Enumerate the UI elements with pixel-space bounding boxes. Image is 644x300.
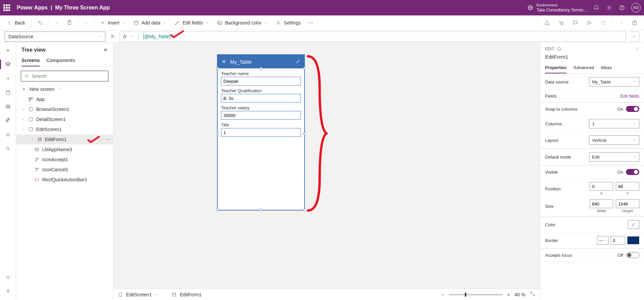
selection-handle[interactable] <box>303 132 306 135</box>
close-tree-button[interactable]: ✕ <box>104 47 108 53</box>
snap-toggle[interactable] <box>626 106 639 112</box>
rail-tree-view[interactable] <box>4 60 12 68</box>
tree-search-input[interactable] <box>32 73 105 79</box>
back-button[interactable]: Back <box>3 18 29 27</box>
waffle-icon[interactable] <box>3 4 10 11</box>
layout-dropdown[interactable]: Vertical <box>589 135 639 145</box>
field-input-title[interactable] <box>221 128 301 137</box>
border-width-input[interactable] <box>610 236 625 245</box>
share-button[interactable] <box>541 18 553 27</box>
pos-y-input[interactable] <box>616 182 639 191</box>
zoom-slider[interactable] <box>449 294 502 295</box>
media-icon <box>5 104 11 109</box>
rail-media[interactable] <box>4 103 12 111</box>
more-button[interactable]: ⋯ <box>305 18 317 27</box>
publish-button[interactable] <box>629 18 641 27</box>
rail-search[interactable] <box>4 145 12 153</box>
paste-menu[interactable] <box>81 19 91 26</box>
info-icon[interactable] <box>557 47 561 51</box>
help-icon[interactable] <box>619 4 625 11</box>
status-screen[interactable]: EditScreen1 <box>126 292 152 297</box>
undo-button[interactable] <box>34 18 46 27</box>
rail-variables[interactable] <box>4 131 12 139</box>
selection-handle[interactable] <box>216 67 219 70</box>
tree-item-more[interactable]: ⋯ <box>106 137 110 142</box>
border-color-chip[interactable] <box>627 236 639 244</box>
columns-dropdown[interactable]: 1 <box>589 119 639 128</box>
tree-item-edit-screen[interactable]: ›EditScreen1 <box>16 124 113 134</box>
close-icon[interactable]: ✕ <box>222 59 226 65</box>
color-picker[interactable] <box>628 220 639 229</box>
svg-rect-16 <box>6 105 9 107</box>
chevron-down-icon <box>206 21 209 24</box>
paste-button[interactable] <box>63 18 75 27</box>
field-input-teacher-name[interactable] <box>221 77 301 85</box>
publish-menu[interactable] <box>616 19 627 26</box>
tab-screens[interactable]: Screens <box>21 55 40 66</box>
field-input-salary[interactable] <box>221 111 301 120</box>
zoom-in-button[interactable]: + <box>507 292 510 297</box>
new-screen-button[interactable]: ＋New screen <box>16 84 113 94</box>
tree-item-edit-form[interactable]: ›EditForm1 ⋯ <box>16 134 113 144</box>
canvas[interactable]: ✕ My_Table ✓ Teacher name Teacher Qualif… <box>113 43 540 300</box>
rail-settings[interactable] <box>4 273 12 281</box>
rail-virtual-agent[interactable] <box>4 287 12 295</box>
rail-insert[interactable]: ＋ <box>4 74 12 82</box>
icons-icon <box>34 167 40 172</box>
property-selector[interactable]: DataSource <box>5 32 105 42</box>
formula-bar[interactable]: fx [@My_Table] <box>120 32 626 42</box>
accepts-focus-toggle[interactable] <box>626 252 639 258</box>
width-input[interactable] <box>590 199 613 208</box>
insert-button[interactable]: Insert <box>97 18 129 27</box>
tree-search[interactable] <box>21 71 108 81</box>
props-chevron[interactable] <box>635 46 639 51</box>
edit-fields-button[interactable]: Edit fields <box>171 18 212 27</box>
border-style-dropdown[interactable]: — <box>597 236 608 245</box>
save-button[interactable] <box>597 18 609 27</box>
tree-item-icon-accept[interactable]: IconAccept1 <box>16 155 113 165</box>
add-data-button[interactable]: Add data <box>130 18 170 27</box>
tree-item-rect[interactable]: RectQuickActionBar3 <box>16 175 113 185</box>
default-mode-dropdown[interactable]: Edit <box>589 152 639 162</box>
rail-data[interactable] <box>4 88 12 97</box>
selection-handle[interactable] <box>260 67 262 70</box>
tree-item-label[interactable]: LblAppName3 <box>16 144 113 155</box>
data-source-dropdown[interactable]: My_Table <box>589 77 639 86</box>
environment-picker[interactable]: Environment Tata Consultancy Servic... <box>527 3 587 13</box>
selection-handle[interactable] <box>260 208 262 211</box>
tab-components[interactable]: Components <box>46 55 75 66</box>
fit-button[interactable] <box>530 291 535 298</box>
rail-hamburger[interactable]: ≡ <box>4 46 12 54</box>
edit-fields-link[interactable]: Edit fields <box>621 94 639 99</box>
user-avatar[interactable]: AG <box>631 3 641 12</box>
field-input-qualification[interactable] <box>221 94 301 103</box>
selection-handle[interactable] <box>303 208 306 211</box>
selection-handle[interactable] <box>216 132 219 135</box>
undo-menu[interactable] <box>52 19 62 26</box>
props-tab-properties[interactable]: Properties <box>545 62 567 73</box>
selection-handle[interactable] <box>216 208 219 211</box>
settings-gear-icon[interactable] <box>606 4 612 11</box>
background-color-button[interactable]: Background color <box>214 18 271 27</box>
tree-item-browse-screen[interactable]: ›BrowseScreen1 <box>16 104 113 114</box>
tree-item-icon-cancel[interactable]: IconCancel1 <box>16 165 113 175</box>
props-tab-ideas[interactable]: Ideas <box>601 62 612 73</box>
visible-toggle[interactable] <box>626 169 639 175</box>
app-checker-button[interactable] <box>555 18 567 27</box>
settings-button[interactable]: Settings <box>272 18 304 27</box>
phone-preview[interactable]: ✕ My_Table ✓ Teacher name Teacher Qualif… <box>217 55 305 210</box>
preview-button[interactable] <box>583 18 595 27</box>
height-input[interactable] <box>616 199 639 208</box>
tree-item-detail-screen[interactable]: ›DetailScreen1 <box>16 114 113 124</box>
check-icon[interactable]: ✓ <box>296 59 300 65</box>
status-selection[interactable]: EditForm1 <box>180 292 202 297</box>
expand-formula-button[interactable] <box>629 32 639 42</box>
rail-power-automate[interactable] <box>4 117 12 125</box>
selection-handle[interactable] <box>303 67 306 70</box>
zoom-out-button[interactable]: − <box>441 292 444 297</box>
props-tab-advanced[interactable]: Advanced <box>573 62 594 73</box>
notifications-icon[interactable] <box>593 4 600 11</box>
tree-item-app[interactable]: App <box>16 94 113 104</box>
comments-button[interactable] <box>569 18 581 27</box>
pos-x-input[interactable] <box>590 182 613 191</box>
